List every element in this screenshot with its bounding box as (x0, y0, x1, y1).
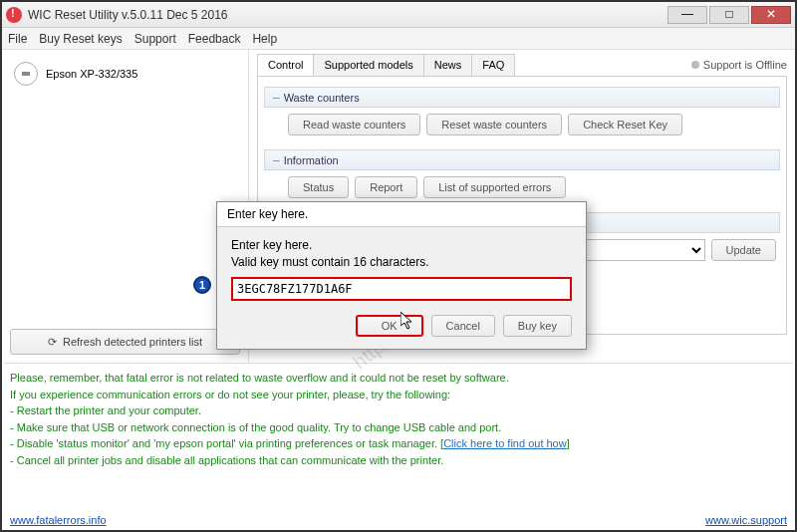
minimize-button[interactable]: — (667, 6, 707, 24)
tip-line: If you experience communication errors o… (10, 387, 787, 403)
enter-key-dialog: Enter key here. Enter key here. Valid ke… (216, 201, 587, 350)
annotation-marker-1: 1 (193, 276, 211, 294)
printer-item[interactable]: Epson XP-332/335 (10, 58, 240, 90)
tip-line: Please, remember, that fatal error is no… (10, 370, 787, 387)
tip-line: - Restart the printer and your computer. (10, 402, 787, 419)
tab-control[interactable]: Control (257, 54, 314, 76)
tip-text: ] (567, 437, 570, 449)
report-button[interactable]: Report (355, 176, 417, 198)
app-icon (6, 7, 22, 23)
tab-faq[interactable]: FAQ (471, 54, 515, 76)
hints-panel: Please, remember, that fatal error is no… (4, 363, 793, 530)
dialog-text-line1: Enter key here. (231, 237, 572, 254)
check-reset-key-button[interactable]: Check Reset Key (568, 114, 682, 135)
tip-line: - Cancel all printer jobs and disable al… (10, 452, 787, 469)
menu-help[interactable]: Help (252, 32, 277, 46)
footer-link-fatalerrors[interactable]: www.fatalerrors.info (10, 514, 107, 526)
tip-text: - Disable 'status monitor' and 'my epson… (10, 437, 443, 449)
section-waste-title: Waste counters (284, 92, 360, 104)
menu-file[interactable]: File (8, 32, 27, 46)
buy-key-button[interactable]: Buy key (503, 315, 572, 337)
supported-errors-button[interactable]: List of supported errors (423, 176, 566, 198)
menu-buy-reset-keys[interactable]: Buy Reset keys (39, 32, 122, 46)
menu-support[interactable]: Support (134, 32, 176, 46)
tab-news[interactable]: News (423, 54, 473, 76)
tip-line: - Make sure that USB or network connecti… (10, 419, 787, 436)
tip-link[interactable]: Click here to find out how (443, 437, 567, 449)
dialog-title: Enter key here. (217, 202, 586, 227)
app-title: WIC Reset Utility v.5.0.11 Dec 5 2016 (28, 8, 667, 22)
collapse-icon: — (273, 153, 280, 166)
read-waste-button[interactable]: Read waste counters (288, 114, 420, 135)
printer-name: Epson XP-332/335 (46, 68, 137, 80)
refresh-label: Refresh detected printers list (63, 336, 202, 348)
status-button[interactable]: Status (288, 176, 349, 198)
support-status-text: Support is Offline (703, 59, 787, 71)
update-button[interactable]: Update (711, 239, 776, 261)
refresh-icon: ⟳ (48, 336, 57, 349)
tab-bar: Control Supported models News FAQ (257, 54, 514, 76)
tip-line: - Disable 'status monitor' and 'my epson… (10, 435, 787, 452)
menu-feedback[interactable]: Feedback (188, 32, 241, 46)
section-info-header[interactable]: — Information (264, 149, 780, 170)
refresh-printers-button[interactable]: ⟳ Refresh detected printers list (10, 329, 240, 355)
reset-waste-button[interactable]: Reset waste counters (426, 114, 562, 135)
printer-list-panel: Epson XP-332/335 ⟳ Refresh detected prin… (2, 50, 249, 363)
ok-button[interactable]: OK (356, 315, 423, 337)
section-waste-header[interactable]: — Waste counters (264, 87, 780, 108)
close-button[interactable]: ✕ (751, 6, 791, 24)
footer-link-wic[interactable]: www.wic.support (705, 514, 787, 526)
support-status: Support is Offline (691, 59, 787, 71)
menubar: File Buy Reset keys Support Feedback Hel… (2, 28, 795, 50)
cancel-button[interactable]: Cancel (431, 315, 495, 337)
collapse-icon: — (273, 91, 280, 104)
section-info-title: Information (284, 154, 339, 166)
maximize-button[interactable]: □ (709, 6, 749, 24)
usb-printer-icon (14, 62, 38, 86)
tab-supported-models[interactable]: Supported models (313, 54, 423, 76)
titlebar: WIC Reset Utility v.5.0.11 Dec 5 2016 — … (2, 2, 795, 28)
reset-key-input[interactable] (231, 277, 572, 301)
dialog-text-line2: Valid key must contain 16 characters. (231, 254, 572, 271)
status-dot-icon (691, 61, 699, 69)
